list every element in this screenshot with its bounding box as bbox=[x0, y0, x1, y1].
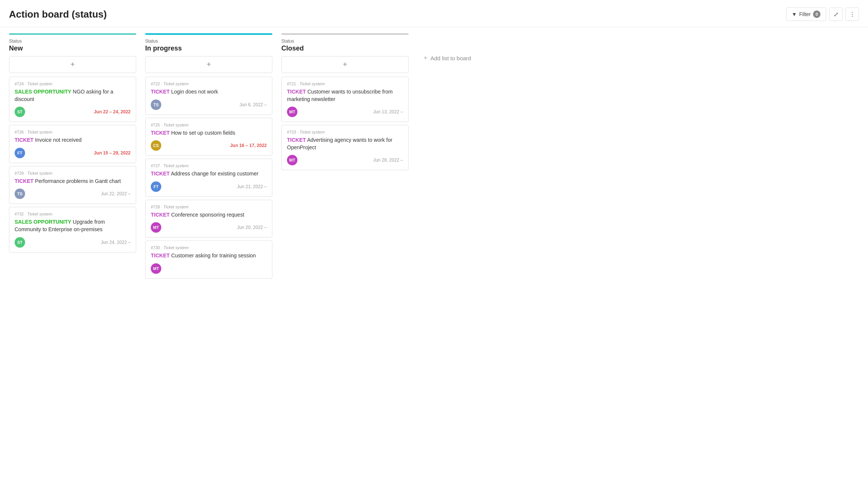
more-icon: ⋮ bbox=[849, 11, 855, 18]
card-footer: MTJun 13, 2022 – bbox=[287, 107, 403, 117]
card: #724 · Ticket systemSALES OPPORTUNITY NG… bbox=[9, 77, 136, 122]
card: #732 · Ticket systemSALES OPPORTUNITY Up… bbox=[9, 207, 136, 252]
column-header: StatusIn progress bbox=[145, 33, 272, 52]
card-footer: MTJun 28, 2022 – bbox=[287, 155, 403, 165]
card-date: Jun 16 – 17, 2022 bbox=[230, 143, 267, 148]
avatar: ST bbox=[15, 237, 25, 248]
header-actions: ▼ Filter 0 ⤢ ⋮ bbox=[786, 7, 859, 21]
card-meta: #723 · Ticket system bbox=[287, 130, 403, 134]
card: #727 · Ticket systemTICKET Address chang… bbox=[145, 159, 272, 197]
avatar: CS bbox=[151, 140, 161, 151]
card-title[interactable]: TICKET How to set up custom fields bbox=[151, 129, 267, 137]
card-title[interactable]: SALES OPPORTUNITY Upgrade from Community… bbox=[15, 218, 131, 233]
card-type-label: TICKET bbox=[151, 171, 170, 177]
card-title[interactable]: TICKET Address change for existing custo… bbox=[151, 170, 267, 178]
card-type-label: TICKET bbox=[287, 89, 306, 95]
card-type-label: TICKET bbox=[151, 89, 170, 95]
card-title-text: Invoice not received bbox=[34, 137, 82, 143]
column-title: In progress bbox=[145, 45, 272, 52]
filter-count: 0 bbox=[813, 10, 820, 18]
column-status-label: Status bbox=[9, 39, 136, 44]
card-date: Jun 15 – 29, 2022 bbox=[94, 150, 131, 156]
avatar: MT bbox=[287, 107, 297, 117]
add-card-button[interactable]: + bbox=[9, 56, 136, 73]
card-type-label: SALES OPPORTUNITY bbox=[15, 89, 71, 95]
avatar: TS bbox=[15, 189, 25, 199]
filter-label: Filter bbox=[799, 11, 811, 17]
avatar: ST bbox=[15, 107, 25, 117]
column-closed: StatusClosed+#721 · Ticket systemTICKET … bbox=[281, 33, 409, 173]
card-title[interactable]: TICKET Customer asking for training sess… bbox=[151, 252, 267, 260]
card-meta: #732 · Ticket system bbox=[15, 212, 131, 216]
column-in-progress: StatusIn progress+#722 · Ticket systemTI… bbox=[145, 33, 272, 282]
card-meta: #728 · Ticket system bbox=[151, 205, 267, 209]
card: #729 · Ticket systemTICKET Performance p… bbox=[9, 166, 136, 204]
column-bar bbox=[9, 33, 136, 35]
card-type-label: TICKET bbox=[287, 137, 306, 143]
card-title[interactable]: TICKET Customer wants to unsubscribe fro… bbox=[287, 88, 403, 103]
card-footer: MT bbox=[151, 263, 267, 274]
card: #725 · Ticket systemTICKET How to set up… bbox=[145, 118, 272, 156]
avatar: FT bbox=[151, 181, 161, 192]
card-title-text: How to set up custom fields bbox=[170, 130, 235, 136]
card-date: Jun 22 – 24, 2022 bbox=[94, 109, 131, 114]
card-meta: #730 · Ticket system bbox=[151, 245, 267, 250]
card-footer: STJun 24, 2022 – bbox=[15, 237, 131, 248]
column-title: Closed bbox=[281, 45, 409, 52]
expand-button[interactable]: ⤢ bbox=[829, 7, 843, 21]
card-title[interactable]: TICKET Invoice not received bbox=[15, 137, 131, 144]
card-meta: #729 · Ticket system bbox=[15, 171, 131, 175]
column-header: StatusClosed bbox=[281, 33, 409, 52]
card: #722 · Ticket systemTICKET Login does no… bbox=[145, 77, 272, 115]
card-footer: FTJun 21, 2022 – bbox=[151, 181, 267, 192]
column-status-label: Status bbox=[145, 39, 272, 44]
add-card-button[interactable]: + bbox=[145, 56, 272, 73]
column-title: New bbox=[9, 45, 136, 52]
board-container: StatusNew+#724 · Ticket systemSALES OPPO… bbox=[0, 27, 868, 288]
filter-icon: ▼ bbox=[792, 11, 797, 17]
card-meta: #726 · Ticket system bbox=[15, 130, 131, 134]
card-type-label: TICKET bbox=[15, 178, 34, 184]
card: #721 · Ticket systemTICKET Customer want… bbox=[281, 77, 409, 122]
card-footer: STJun 22 – 24, 2022 bbox=[15, 107, 131, 117]
card-date: Jun 24, 2022 – bbox=[101, 240, 131, 245]
column-status-label: Status bbox=[281, 39, 409, 44]
card-type-label: TICKET bbox=[151, 252, 170, 258]
more-menu-button[interactable]: ⋮ bbox=[846, 7, 859, 21]
card-title[interactable]: TICKET Advertising agency wants to work … bbox=[287, 137, 403, 151]
avatar: MT bbox=[287, 155, 297, 165]
card-title-text: Address change for existing customer bbox=[170, 171, 259, 177]
card-title[interactable]: TICKET Performance problems in Gantt cha… bbox=[15, 178, 131, 185]
card-date: Jun 6, 2022 – bbox=[239, 102, 267, 107]
card: #728 · Ticket systemTICKET Conference sp… bbox=[145, 200, 272, 238]
page-title: Action board (status) bbox=[9, 9, 107, 20]
add-card-button[interactable]: + bbox=[281, 56, 409, 73]
card-date: Jun 22, 2022 – bbox=[101, 191, 131, 196]
avatar: MT bbox=[151, 263, 161, 274]
card-footer: MTJun 20, 2022 – bbox=[151, 222, 267, 233]
column-bar bbox=[281, 33, 409, 35]
card-title[interactable]: SALES OPPORTUNITY NGO asking for a disco… bbox=[15, 88, 131, 103]
card-type-label: TICKET bbox=[151, 212, 170, 218]
card-title[interactable]: TICKET Conference sponsoring request bbox=[151, 211, 267, 219]
card-footer: TSJun 6, 2022 – bbox=[151, 100, 267, 110]
add-list-button[interactable]: +Add list to board bbox=[424, 54, 471, 62]
card-footer: CSJun 16 – 17, 2022 bbox=[151, 140, 267, 151]
avatar: FT bbox=[15, 148, 25, 158]
card-date: Jun 13, 2022 – bbox=[373, 109, 403, 114]
card-type-label: TICKET bbox=[15, 137, 34, 143]
card: #730 · Ticket systemTICKET Customer aski… bbox=[145, 241, 272, 279]
card-footer: TSJun 22, 2022 – bbox=[15, 189, 131, 199]
card-type-label: SALES OPPORTUNITY bbox=[15, 219, 71, 225]
card-meta: #724 · Ticket system bbox=[15, 82, 131, 86]
card-footer: FTJun 15 – 29, 2022 bbox=[15, 148, 131, 158]
card: #723 · Ticket systemTICKET Advertising a… bbox=[281, 125, 409, 170]
plus-icon: + bbox=[424, 54, 428, 62]
filter-button[interactable]: ▼ Filter 0 bbox=[786, 7, 826, 21]
column-header: StatusNew bbox=[9, 33, 136, 52]
card-date: Jun 21, 2022 – bbox=[237, 184, 267, 189]
card-title-text: Customer asking for training session bbox=[170, 252, 256, 258]
expand-icon: ⤢ bbox=[834, 11, 838, 18]
card-meta: #722 · Ticket system bbox=[151, 82, 267, 86]
card-title[interactable]: TICKET Login does not work bbox=[151, 88, 267, 96]
